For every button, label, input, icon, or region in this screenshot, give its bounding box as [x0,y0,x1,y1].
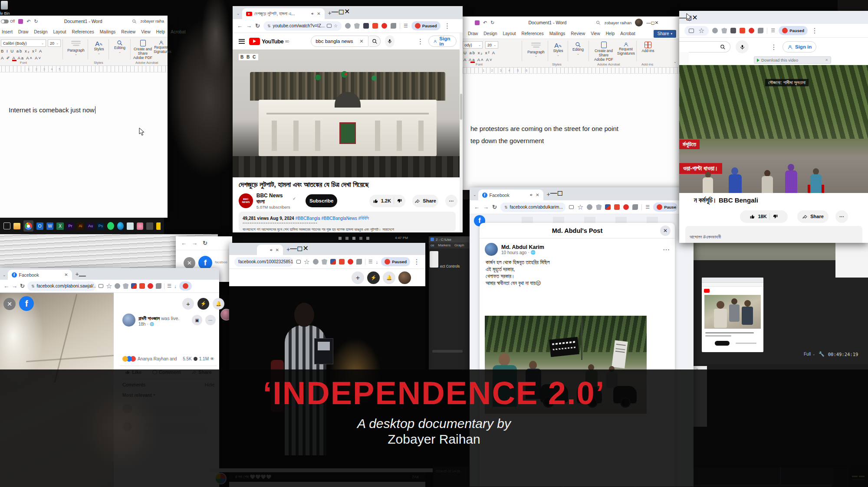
tab-audio-icon[interactable] [270,248,273,252]
menu-dots-icon[interactable]: ⋮ [444,22,451,30]
tab-close-icon[interactable]: ✕ [536,193,539,197]
close-circle-icon[interactable]: ✕ [184,257,195,269]
cast-icon[interactable] [327,24,332,28]
minimize-icon[interactable]: — [679,14,686,21]
video-close-icon[interactable]: ✕ [3,298,16,310]
reload-icon[interactable]: ↻ [492,204,497,210]
paused-extension-pill[interactable]: Paused [381,257,410,266]
ext-adblock-icon[interactable] [139,283,145,289]
autosave-toggle[interactable]: Off [1,19,15,23]
post-menu-icon[interactable]: ⋯ [205,315,216,325]
illustrator-icon[interactable]: Ai [77,222,84,230]
calculator-icon[interactable] [146,222,153,230]
menu-dots-icon[interactable]: ⋮ [417,37,424,46]
audition-icon[interactable]: Au [87,222,94,230]
menu-dots-icon[interactable]: ⋮ [770,43,777,51]
ribbon-tab[interactable]: References [522,31,544,36]
ribbon-tab[interactable]: Acrobat [620,31,635,36]
word2-document[interactable]: he protestors are coming on the street f… [463,74,681,190]
more-actions-button[interactable]: ⋯ [835,210,848,223]
font-size-select[interactable]: 20⌄ [48,39,61,47]
ext-adblock-icon[interactable] [339,259,345,265]
like-dislike-pill[interactable]: 18K [740,210,788,223]
reactions-names[interactable]: Ananya Rayhan and ... [138,356,178,361]
description-box[interactable]: আন্দোলন #একদফাদাবী [685,226,862,243]
minimize-icon[interactable]: — [79,272,86,279]
ext-adblock-icon[interactable] [614,204,620,210]
add-icon[interactable]: + [182,298,194,310]
font-format-row2[interactable]: A ✐ A Aa A˄ A˅ [1,56,42,60]
tab-audio-icon[interactable] [311,12,315,16]
notifications-bell-icon[interactable]: 🔔 [213,298,224,310]
download-video-bar[interactable]: Download this video ✕ [754,56,831,64]
request-signatures-group[interactable]: Request Signatures [617,42,635,56]
back-icon[interactable]: ← [3,283,9,289]
ribbon-tab[interactable]: Review [571,31,585,36]
paused-extension-pill[interactable]: Paused [411,21,441,30]
ribbon-tab[interactable]: Acrobat [171,29,185,34]
minimize-icon[interactable]: — [550,189,557,196]
address-bar[interactable]: ⇅facebook.com/abdulkarim... [500,203,566,212]
ext-play-icon[interactable] [749,28,754,33]
youtube-logo[interactable]: YouTubeBD [249,38,289,45]
tab-search-chevron[interactable]: ⌄ [237,11,240,16]
cast-icon[interactable] [689,29,694,33]
ext-play-icon[interactable] [148,283,153,289]
close-icon[interactable]: ✕ [302,245,308,252]
ribbon-tab[interactable]: Design [483,31,497,36]
styles-group[interactable]: A✎ Styles⌄ [90,40,108,55]
new-tab-button[interactable]: + [76,271,79,278]
maximize-icon[interactable]: ◻ [297,245,302,252]
search-box-fragment[interactable] [679,41,730,52]
address-bar[interactable]: facebook.com/10002325851... [234,257,293,267]
ribbon-tab[interactable]: Design [34,29,47,34]
ribbon-tab[interactable]: Draw [468,31,478,36]
request-signatures-group[interactable]: Request Signatures [154,40,168,54]
tab-close-icon[interactable]: ✕ [64,272,68,277]
redo-icon[interactable]: ↻ [490,20,494,26]
messenger-icon[interactable]: ⚡ [197,298,209,310]
save-icon[interactable] [18,19,23,24]
forward-icon[interactable]: → [483,204,489,210]
undo-icon[interactable]: ↶ [26,19,30,24]
ext-dark-icon[interactable] [363,23,369,29]
video-player[interactable]: B B C [233,49,463,177]
ext-play-icon[interactable] [623,204,629,210]
download-icon[interactable]: ↓ [174,284,177,289]
tab-close-icon[interactable]: ✕ [276,248,279,252]
playlist-icon[interactable]: ☰ [404,23,408,29]
bookmark-star-icon[interactable]: ☆ [334,23,338,28]
facebook-circle-icon[interactable]: f [19,296,34,311]
word-icon[interactable]: W [46,222,53,230]
browser-tab[interactable]: f Facebook ✕ [8,270,72,280]
paragraph-group[interactable]: Paragraph⌄ [66,40,86,56]
outlook-icon[interactable]: O [36,222,43,230]
ribbon-tab[interactable]: Insert [2,29,13,34]
forward-icon[interactable]: → [192,240,197,246]
settings-wrench-icon[interactable]: 🔧 [819,351,825,357]
playlist-icon[interactable]: ☰ [771,28,775,33]
paused-extension-pill[interactable]: Pause [653,203,677,212]
ribbon-tab[interactable]: Help [156,29,165,34]
channel-name[interactable]: BBC News বাংলা [256,193,291,205]
hamburger-icon[interactable] [239,38,245,45]
font-size-select[interactable]: 20⌄ [485,41,498,49]
signin-button[interactable]: Sign in [428,36,457,47]
ribbon-tab[interactable]: Mailings [549,31,566,36]
share-button[interactable]: Share [797,210,829,223]
maximize-icon[interactable]: ◻ [339,8,344,15]
live-author-avatar[interactable] [122,314,135,327]
minimize-icon[interactable]: — [646,20,651,25]
ribbon-tab[interactable]: Help [606,31,615,36]
forward-icon[interactable]: → [246,23,252,29]
author-avatar[interactable] [485,243,498,256]
bookmark-star-icon[interactable]: ☆ [577,203,583,211]
new-tab-button[interactable]: + [328,10,332,16]
effect-controls-label[interactable]: ect Controls [440,264,460,268]
app-icon-cut[interactable] [156,222,161,230]
chrome-icon[interactable] [23,220,33,232]
ext-play-icon[interactable] [348,259,353,265]
browser-tab[interactable]: ✕ [257,245,283,255]
reload-icon[interactable]: ↻ [255,23,260,29]
search-button[interactable] [369,36,381,47]
